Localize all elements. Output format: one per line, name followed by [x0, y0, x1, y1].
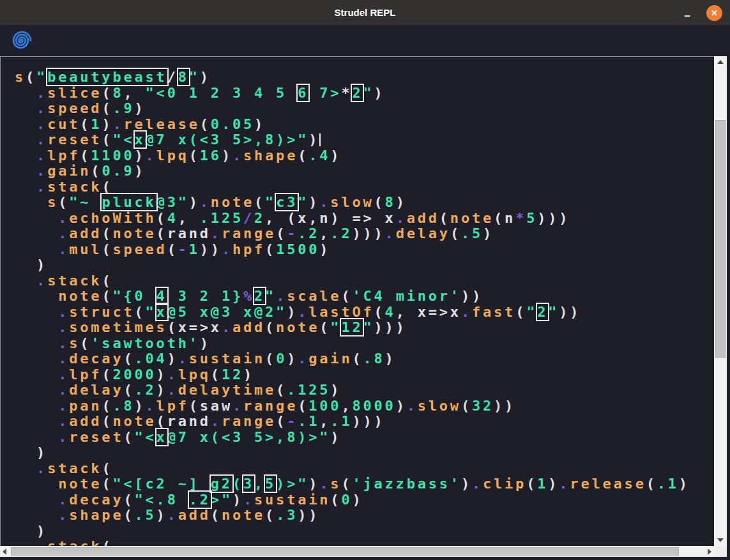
highlighted-token: 6 — [298, 85, 308, 101]
code-token — [15, 492, 58, 508]
code-token: . — [319, 476, 330, 492]
code-line: .s('sawtooth') — [15, 336, 714, 352]
scroll-right-arrow-icon[interactable] — [708, 549, 711, 555]
code-token: ( — [319, 319, 330, 335]
code-token: . — [36, 148, 47, 163]
code-token: . — [146, 148, 156, 163]
code-token: range — [243, 398, 298, 414]
code-token: . — [36, 273, 47, 289]
code-token: .125 — [287, 382, 330, 398]
code-token: . — [36, 85, 47, 101]
horizontal-scrollbar[interactable] — [0, 546, 714, 557]
code-token: .8 — [112, 398, 134, 414]
code-token: "< — [112, 132, 134, 148]
code-token: 0.9 — [102, 163, 134, 179]
close-button[interactable]: ✕ — [706, 5, 722, 21]
code-token: ) — [189, 194, 200, 210]
code-token: 1 — [537, 476, 548, 492]
code-token: s — [15, 69, 26, 85]
code-token: .9 — [112, 100, 134, 116]
code-token: delay — [396, 225, 450, 241]
code-token: reset — [69, 429, 123, 445]
code-token: ( — [298, 148, 308, 163]
code-token: ( — [265, 241, 276, 257]
code-token: . — [58, 304, 69, 320]
scroll-up-arrow-icon[interactable] — [717, 60, 724, 64]
vertical-scrollbar[interactable] — [714, 56, 727, 546]
code-token: note — [112, 413, 156, 429]
code-token: ))) — [537, 210, 570, 226]
highlighted-token: 8 — [178, 69, 189, 85]
code-token: "<0 1 2 3 4 5 — [146, 85, 298, 101]
code-token: 0 — [341, 492, 352, 508]
code-token — [15, 460, 36, 476]
code-token: ( — [515, 304, 526, 320]
code-token: rand — [167, 413, 211, 429]
code-token: ) — [330, 148, 341, 163]
code-token: ( — [58, 194, 69, 210]
highlighted-token: g2 — [211, 476, 232, 492]
code-token: . — [211, 413, 222, 429]
minimize-button[interactable]: – — [678, 3, 697, 22]
code-token — [15, 163, 36, 179]
highlighted-token: 2 — [537, 304, 548, 320]
code-token: . — [58, 492, 69, 508]
code-line: .pan(.8).lpf(saw.range(100,8000).slow(32… — [15, 398, 714, 414]
code-token: . — [146, 398, 156, 414]
code-token: note — [58, 288, 102, 304]
horizontal-scrollbar-thumb[interactable] — [11, 547, 679, 556]
code-token: , — [178, 210, 200, 226]
code-token: s — [330, 476, 341, 492]
title-bar[interactable]: Strudel REPL – ✕ — [0, 0, 730, 26]
code-editor[interactable]: s("beautybeast/8") .slice(8, "<0 1 2 3 4… — [0, 56, 714, 546]
code-token: range — [222, 225, 276, 241]
code-token: add — [232, 319, 265, 335]
code-line: .add(note(rand.range(-.2,.2))).delay(.5) — [15, 226, 714, 242]
scroll-left-arrow-icon[interactable] — [3, 549, 6, 555]
code-token: ) — [679, 476, 690, 492]
code-line: s("beautybeast/8") — [15, 70, 714, 86]
code-line: ) — [15, 445, 714, 461]
code-token: ( — [123, 429, 134, 445]
code-token: echoWith — [69, 210, 156, 226]
code-token: " — [189, 69, 200, 85]
code-line: .reset("<x@7 x(<3 5>,8)>") — [15, 430, 714, 446]
code-token: release — [123, 116, 199, 132]
code-token: lastOf — [308, 304, 374, 320]
code-token: ) — [156, 382, 167, 398]
strudel-spiral-logo-icon[interactable] — [12, 31, 32, 50]
code-token: ) — [319, 241, 330, 257]
code-token: stack — [47, 273, 102, 289]
code-token: .5 — [135, 507, 156, 523]
highlighted-token: pluck — [102, 194, 156, 210]
code-token: delay — [69, 382, 123, 398]
code-token: ) — [330, 382, 341, 398]
code-token: add — [69, 413, 102, 429]
code-token: " — [265, 288, 276, 304]
code-line: .gain(0.9) — [15, 163, 714, 179]
code-token: ) — [287, 351, 298, 367]
code-token: slow — [418, 398, 461, 414]
code-token: s — [69, 335, 80, 351]
code-token: "{0 — [112, 288, 156, 304]
code-token: add — [407, 210, 439, 226]
code-token: ( — [102, 225, 112, 241]
code-token: ( — [265, 507, 276, 523]
vertical-scrollbar-thumb[interactable] — [715, 120, 726, 358]
code-token: lpq — [156, 148, 189, 163]
code-token: , — [341, 398, 352, 414]
code-token: / — [167, 69, 178, 85]
code-token: " — [330, 319, 341, 335]
code-line: .struct("x@5 x@3 x@2").lastOf(4, x=>x.fa… — [15, 305, 714, 321]
scroll-down-arrow-icon[interactable] — [717, 538, 724, 542]
code-token — [15, 100, 36, 116]
code-token: " — [548, 304, 559, 320]
code-token: 16 — [200, 148, 222, 163]
code-token: ) — [167, 351, 178, 367]
code-line: .mul(speed(-1)).hpf(1500) — [15, 242, 714, 258]
code-line: .speed(.9) — [15, 101, 714, 117]
code-token: . — [298, 304, 308, 320]
code-token: . — [36, 538, 47, 546]
code-token: .8 — [363, 351, 385, 367]
code-token: . — [36, 179, 47, 195]
